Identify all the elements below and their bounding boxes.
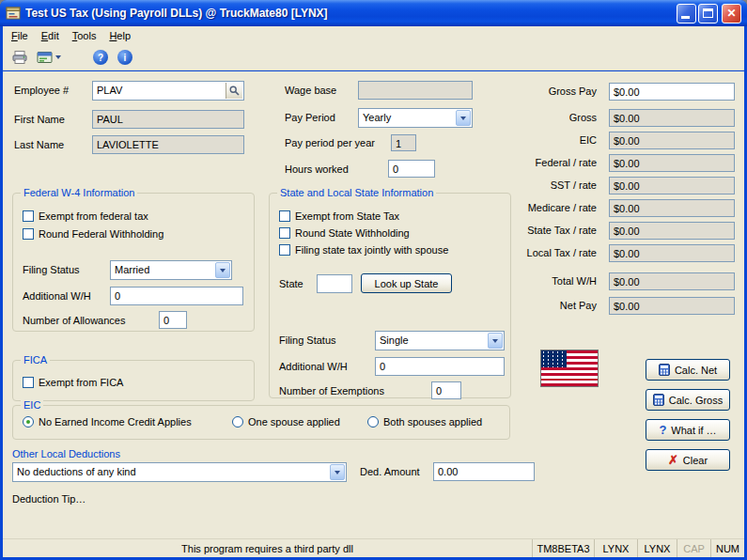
deductions-title: Other Local Deductions: [12, 448, 120, 459]
checkbox-box: [279, 244, 290, 256]
eic-radio-one-spouse[interactable]: One spouse applied: [232, 416, 340, 428]
gross-pay-input[interactable]: $0.00: [609, 83, 735, 101]
checkbox-box: [23, 210, 34, 222]
radio-unselected: [232, 416, 243, 428]
round-state-withholding-checkbox[interactable]: Round State Withholding: [279, 227, 410, 239]
chevron-down-icon: [335, 471, 340, 474]
last-name-field: LAVIOLETTE: [92, 135, 244, 154]
eic-radio-none[interactable]: No Earned Income Credit Applies: [23, 416, 192, 428]
menu-tools[interactable]: Tools: [66, 27, 103, 44]
calc-gross-button[interactable]: Calc. Gross: [646, 389, 730, 411]
fica-title: FICA: [21, 354, 50, 366]
pay-periods-per-year-label: Pay period per year: [285, 134, 375, 152]
federal-rate-label: Federal / rate: [463, 154, 597, 172]
printer-icon: [11, 50, 28, 65]
status-message: This program requires a third party dll: [3, 539, 532, 557]
help-button[interactable]: ?: [93, 50, 108, 65]
eic-groupbox: EIC No Earned Income Credit Applies One …: [12, 405, 510, 440]
radio-selected: [23, 416, 34, 428]
last-name-label: Last Name: [14, 136, 64, 154]
round-federal-withholding-checkbox[interactable]: Round Federal Withholding: [23, 228, 163, 240]
close-icon: ✕: [723, 5, 740, 23]
state-groupbox: State and Local State Information Exempt…: [269, 193, 511, 398]
state-input[interactable]: [317, 274, 352, 293]
state-filing-status-select[interactable]: Single: [375, 331, 505, 350]
exempt-fica-checkbox[interactable]: Exempt from FICA: [23, 377, 123, 388]
us-flag: [540, 350, 599, 387]
info-button[interactable]: i: [117, 50, 132, 65]
federal-w4-groupbox: Federal W-4 Information Exempt from fede…: [12, 193, 255, 332]
medicare-rate-field: $0.00: [609, 199, 735, 217]
status-panel-build: TM8BETA3: [532, 539, 594, 557]
employee-lookup-button[interactable]: [226, 83, 242, 99]
chevron-down-icon: [220, 269, 226, 272]
payroll-card-button[interactable]: [35, 47, 63, 68]
app-icon: [6, 6, 21, 21]
flag-canton: [541, 350, 567, 367]
toolbar: ? i: [3, 45, 744, 70]
clear-button[interactable]: ✗ Clear: [646, 449, 730, 471]
employee-number-input[interactable]: PLAV: [92, 81, 244, 101]
calc-net-label: Calc. Net: [675, 365, 717, 376]
total-wh-field: $0.00: [609, 272, 735, 290]
hours-worked-input[interactable]: 0: [388, 160, 435, 178]
close-button[interactable]: ✕: [722, 4, 741, 23]
state-label: State: [279, 275, 303, 293]
info-icon: i: [124, 53, 127, 63]
form-area: Employee # PLAV First Name PAUL Last Nam…: [3, 71, 744, 538]
eic-label: EIC: [463, 132, 597, 149]
deductions-select[interactable]: No deductions of any kind: [12, 462, 347, 482]
help-icon: ?: [98, 53, 103, 63]
eic-field: $0.00: [609, 132, 735, 149]
search-icon: [229, 86, 240, 96]
federal-filing-status-value: Married: [115, 264, 213, 275]
print-button[interactable]: [8, 47, 31, 68]
status-panel-capslock: CAP: [677, 539, 710, 557]
net-pay-field: $0.00: [609, 297, 735, 315]
calc-net-button[interactable]: Calc. Net: [646, 359, 730, 381]
lookup-state-button[interactable]: Look up State: [361, 273, 452, 293]
card-icon: [37, 51, 53, 64]
eic-radio-both-spouses[interactable]: Both spouses applied: [367, 416, 482, 428]
state-group-title: State and Local State Information: [277, 187, 436, 199]
state-tax-rate-field: $0.00: [609, 222, 735, 240]
deductions-dropdown-button[interactable]: [330, 464, 345, 480]
app-window: Test US Tax (Using Payroll DLLs) @ Truck…: [0, 0, 747, 560]
state-filing-status-label: Filing Status: [279, 332, 336, 350]
gross-field: $0.00: [609, 109, 735, 127]
gross-label: Gross: [463, 109, 597, 127]
fica-groupbox: FICA Exempt from FICA: [12, 360, 255, 401]
exemptions-input[interactable]: 0: [431, 381, 461, 399]
gross-pay-label: Gross Pay: [463, 83, 597, 101]
pay-period-select[interactable]: Yearly: [358, 108, 473, 128]
eic-none-label: No Earned Income Credit Applies: [39, 416, 192, 428]
eic-title: EIC: [21, 399, 43, 412]
exempt-fica-label: Exempt from FICA: [39, 377, 123, 388]
filing-jointly-checkbox[interactable]: Filing state tax jointly with spouse: [279, 244, 448, 256]
federal-filing-status-dropdown-button[interactable]: [215, 262, 230, 278]
status-panel-db: LYNX: [594, 539, 637, 557]
state-additional-wh-input[interactable]: 0: [375, 357, 505, 376]
menu-help[interactable]: Help: [102, 27, 137, 44]
menu-edit[interactable]: Edit: [35, 27, 66, 44]
status-panel-user: LYNX: [637, 539, 677, 557]
menu-file[interactable]: File: [5, 27, 35, 44]
title-bar[interactable]: Test US Tax (Using Payroll DLLs) @ Truck…: [0, 0, 747, 26]
deduction-tip-label: Deduction Tip…: [12, 490, 86, 508]
maximize-button[interactable]: [698, 4, 718, 23]
exempt-federal-tax-checkbox[interactable]: Exempt from federal tax: [23, 210, 148, 222]
first-name-label: First Name: [14, 111, 65, 129]
calc-gross-label: Calc. Gross: [669, 395, 723, 406]
what-if-button[interactable]: ? What if …: [646, 419, 730, 441]
exempt-state-tax-checkbox[interactable]: Exempt from State Tax: [279, 210, 399, 222]
pay-period-value: Yearly: [363, 112, 454, 123]
minimize-button[interactable]: [677, 4, 696, 23]
employee-number-label: Employee #: [14, 82, 69, 100]
state-filing-status-dropdown-button[interactable]: [488, 333, 503, 349]
allowances-input[interactable]: 0: [159, 311, 187, 329]
radio-unselected: [367, 416, 379, 428]
ded-amount-input[interactable]: 0.00: [433, 462, 535, 481]
menu-bar: File Edit Tools Help: [3, 26, 744, 45]
federal-additional-wh-input[interactable]: 0: [110, 287, 243, 305]
federal-filing-status-select[interactable]: Married: [110, 260, 232, 280]
